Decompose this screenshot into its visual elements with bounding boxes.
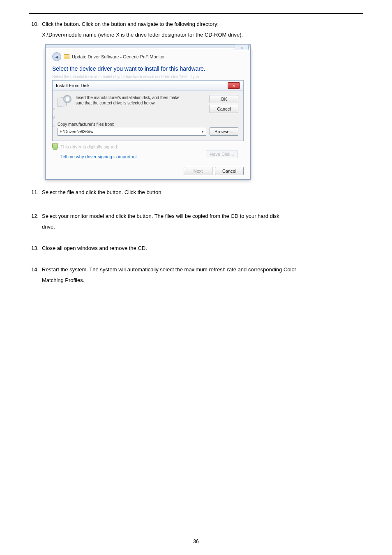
side-stubs: ✓ M G [52,107,55,128]
signed-row: This driver is digitally signed. [52,143,244,150]
step-number: 13. [29,243,42,254]
step-14-line1: Restart the system. The system will auto… [42,264,363,275]
ok-button[interactable]: OK [210,95,238,103]
step-number: 11. [29,187,42,198]
step-10-line2: X:\Driver\module name (where X is the dr… [42,30,363,40]
step-10-line1: Click the button. Click on the button an… [42,19,363,30]
step-12: 12. Select your monitor model and click … [29,211,363,232]
step-14: 14. Restart the system. The system will … [29,264,363,286]
browse-button[interactable]: Browse... [210,127,238,136]
step-11-text: Select the file and click the button. Cl… [42,187,363,198]
top-rule [29,13,363,14]
disk-icon [58,95,71,107]
step-13: 13. Close all open windows and remove th… [29,243,363,254]
cancel-button[interactable]: Cancel [215,167,244,175]
copy-from-input[interactable]: F:\Drivers\e936Vw ▼ [58,128,206,136]
step-number: 12. [29,211,42,232]
page-number: 36 [0,539,392,544]
breadcrumb: ◄ Update Driver Software - Generic PnP M… [52,52,244,61]
step-12-line1: Select your monitor model and click the … [42,211,363,222]
dialog-screenshot: ⨉ ◄ Update Driver Software - Generic PnP… [45,44,363,180]
step-number: 14. [29,264,42,286]
next-button[interactable]: Next [184,167,212,175]
step-11: 11. Select the file and click the button… [29,187,363,198]
cancel-button[interactable]: Cancel [210,105,238,113]
install-from-disk-dialog: Install From Disk ✕ ✓ M G [52,80,244,141]
dialog-title: Select the device driver you want to ins… [52,65,244,72]
window-titlebar: ⨉ [45,44,251,48]
back-icon[interactable]: ◄ [52,52,61,61]
install-title: Install From Disk [56,83,90,88]
shield-icon [52,143,58,150]
close-icon[interactable]: ⨉ [235,44,249,50]
close-icon[interactable]: ✕ [228,82,240,89]
copy-from-label: Copy manufacturer's files from: [58,122,238,127]
step-12-line2: drive. [42,222,363,232]
dialog-subtitle: Select the manufacturer and model of you… [52,74,244,79]
install-message: Insert the manufacturer's installation d… [76,95,205,106]
have-disk-button[interactable]: Have Disk... [206,150,238,158]
folder-icon [64,54,69,59]
chevron-down-icon[interactable]: ▼ [201,128,204,135]
step-14-line2: Matching Profiles. [42,275,363,286]
step-10: 10. Click the button. Click on the butto… [29,19,363,40]
step-number: 10. [29,19,42,40]
step-13-text: Close all open windows and remove the CD… [42,243,363,254]
breadcrumb-text: Update Driver Software - Generic PnP Mon… [72,54,165,59]
